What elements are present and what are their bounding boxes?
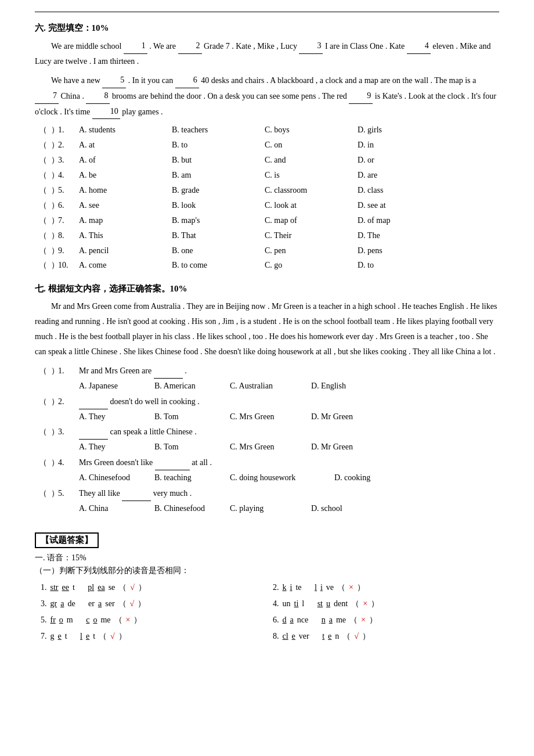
blank10: 10: [92, 104, 120, 120]
s7-q2-stem: doesn't do well in cooking .: [79, 394, 200, 409]
q7-num: 7.: [58, 213, 79, 228]
q8-space: ）: [51, 228, 58, 243]
p2-w2c: ve: [326, 579, 334, 596]
q4-b: B. am: [172, 168, 265, 183]
blank4: 4: [407, 38, 431, 54]
q4-num: 4.: [58, 168, 79, 183]
p6-mark: ×: [361, 612, 366, 628]
q9-c: C. pen: [265, 243, 358, 258]
p3-num: 3.: [41, 596, 47, 612]
p6-bracket-close: ）: [369, 612, 377, 628]
p3-w1c: de: [67, 596, 75, 612]
p7-w2b: e: [86, 628, 89, 645]
s7-q3-d: D. Mr Green: [311, 440, 353, 455]
s7-q3-b: B. Tom: [154, 440, 230, 455]
q2-b: B. to: [172, 138, 265, 153]
p8-w1b: e: [292, 628, 295, 645]
s7-q3-choices: A. They B. Tom C. Mrs Green D. Mr Green: [79, 440, 499, 455]
answer-sub1-title: （一）判断下列划线部分的读音是否相同：: [35, 566, 499, 576]
p8-mark: √: [354, 628, 359, 645]
q5-c: C. classroom: [265, 183, 358, 198]
q2-a: A. at: [79, 138, 172, 153]
s7-q4-paren: （: [35, 455, 51, 470]
s7-q2-row: （ ） 2. doesn't do well in cooking .: [35, 394, 499, 409]
passage2-text5: brooms are behind the door . On a desk y…: [110, 92, 349, 100]
q10-num: 10.: [58, 258, 79, 273]
q1-num: 1.: [58, 123, 79, 138]
p8-w1c: ver: [299, 628, 309, 645]
blank5: 5: [102, 73, 126, 88]
p1-bracket-open: （: [118, 579, 127, 596]
passage2-text1: We have a new: [51, 76, 102, 85]
s7-q3-row: （ ） 3. can speak a little Chinese .: [35, 424, 499, 440]
s7-q4-c: C. doing housework: [230, 470, 334, 485]
passage2-text3: 40 desks and chairs . A blackboard , a c…: [199, 76, 477, 85]
p6-space: [312, 612, 318, 628]
answer-section1-title: 一. 语音：15%: [35, 553, 499, 563]
q6-a: A. see: [79, 198, 172, 213]
q2-num: 2.: [58, 138, 79, 153]
p4-w2b: u: [326, 596, 330, 612]
p6-w1: d: [283, 612, 287, 628]
p1-space: [78, 579, 85, 596]
q2-c: C. on: [265, 138, 358, 153]
section7-title: 七. 根据短文内容，选择正确答案。10%: [35, 283, 499, 294]
q10-a: A. come: [79, 258, 172, 273]
s7-q2-num: 2.: [58, 394, 79, 409]
s7-q4-d: D. cooking: [334, 470, 370, 485]
s7-q5-choices: A. China B. Chinesefood C. playing D. sc…: [79, 501, 499, 516]
s7-q3-stem: can speak a little Chinese .: [79, 424, 197, 440]
answer-box-label: 【试题答案】: [41, 535, 93, 545]
blank9: 9: [349, 88, 373, 104]
q9-a: A. pencil: [79, 243, 172, 258]
p2-mark: ×: [349, 579, 353, 596]
p5-w2b: o: [93, 612, 97, 628]
q10-space: ）: [51, 258, 58, 273]
p4-num: 4.: [273, 596, 279, 612]
p7-bracket-close: ）: [118, 628, 127, 645]
q1-b: B. teachers: [172, 123, 265, 138]
q1-paren: （: [35, 123, 51, 138]
s7-q2-a: A. They: [79, 409, 154, 424]
s7-q1-a: A. Japanese: [79, 379, 154, 394]
p7-w1c: t: [65, 628, 67, 645]
p5-w1: fr: [50, 612, 56, 628]
q9-space: ）: [51, 243, 58, 258]
q5-d: D. class: [358, 183, 383, 198]
q9-d: D. pens: [358, 243, 383, 258]
q8-b: B. That: [172, 228, 265, 243]
s7-q5-d: D. school: [311, 501, 342, 516]
q9-b: B. one: [172, 243, 265, 258]
p3-w2b: a: [98, 596, 102, 612]
s7-q2-c: C. Mrs Green: [230, 409, 311, 424]
p5-bracket-close: ）: [134, 612, 142, 628]
p2-space: [305, 579, 312, 596]
s7-q3-blank: [79, 424, 108, 440]
q5-paren: （: [35, 183, 51, 198]
s7-q1-stem: Mr and Mrs Green are .: [79, 363, 187, 379]
q7-paren: （: [35, 213, 51, 228]
q4-c: C. is: [265, 168, 358, 183]
blank6: 6: [175, 73, 199, 88]
p4-w2: st: [317, 596, 323, 612]
phonics-grid: 1. street please （ √ ） 2. kite live （ × …: [41, 579, 499, 645]
s7-q2-choices: A. They B. Tom C. Mrs Green D. Mr Green: [79, 409, 499, 424]
s7-q4-row: （ ） 4. Mrs Green doesn't like at all .: [35, 455, 499, 470]
blank3: 3: [299, 38, 323, 54]
blank2: 2: [178, 38, 202, 54]
p8-w2c: n: [335, 628, 339, 645]
q3-space: ）: [51, 153, 58, 168]
s7-q3-c: C. Mrs Green: [230, 440, 311, 455]
p1-mark: √: [130, 579, 135, 596]
p3-w2a: er: [88, 596, 95, 612]
q1-c: C. boys: [265, 123, 358, 138]
p8-space: [313, 628, 319, 645]
p7-space: [71, 628, 77, 645]
q8-num: 8.: [58, 228, 79, 243]
p7-w2c: t: [93, 628, 95, 645]
p5-w2: c: [86, 612, 89, 628]
p7-num: 7.: [41, 628, 47, 645]
q6-space: ）: [51, 198, 58, 213]
p8-bracket-close: ）: [362, 628, 370, 645]
blank1: 1: [124, 38, 147, 54]
